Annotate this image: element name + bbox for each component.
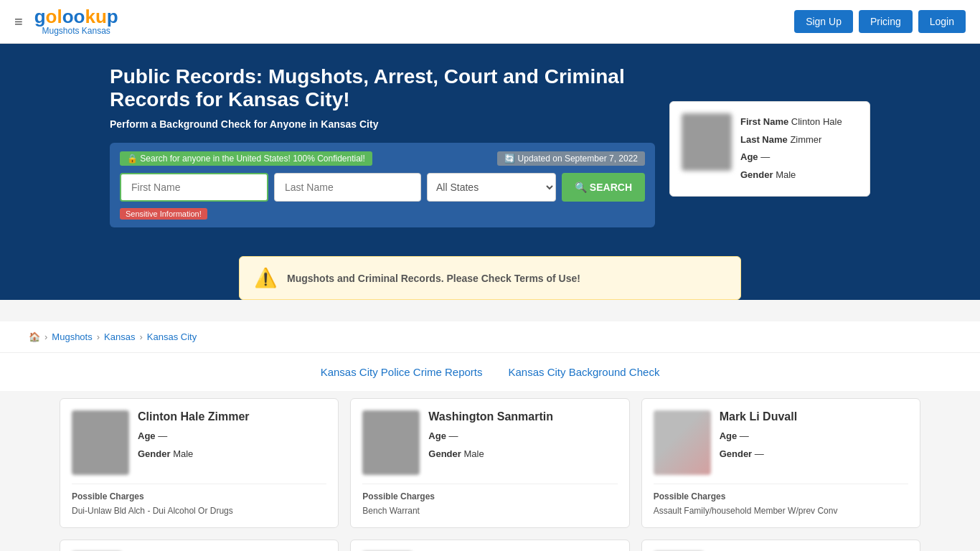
state-select[interactable]: All StatesAlabamaAlaskaArizonaArkansasCa…: [427, 173, 556, 202]
charge-value: Dui-Unlaw Bld Alch - Dui Alcohol Or Drug…: [72, 506, 326, 516]
person-card-top: Clinton Hale Zimmer Age — Gender Male: [72, 410, 326, 475]
gender-label: Gender: [720, 448, 753, 459]
person-card-partial: [350, 540, 629, 551]
charges-section: Possible Charges Assault Family/househol…: [654, 484, 908, 516]
breadcrumb-sep3: ›: [139, 331, 142, 342]
crime-reports-link[interactable]: Kansas City Police Crime Reports: [321, 366, 483, 378]
charges-label: Possible Charges: [362, 491, 617, 501]
person-details: Clinton Hale Zimmer Age — Gender Male: [138, 410, 250, 475]
featured-firstname-label: First Name: [740, 116, 788, 127]
logo-container: golookup Mugshots Kansas: [34, 7, 118, 36]
confidential-badge: 🔒 Search for anyone in the United States…: [120, 151, 372, 166]
featured-age-row: Age —: [740, 149, 842, 166]
search-inputs-row: All StatesAlabamaAlaskaArizonaArkansasCa…: [120, 173, 645, 202]
featured-gender-label: Gender: [740, 169, 773, 180]
person-name: Mark Li Duvall: [720, 410, 797, 423]
person-card-partial: [60, 540, 339, 551]
warning-bar: ⚠️ Mugshots and Criminal Records. Please…: [239, 256, 741, 300]
logo-subtitle: Mugshots Kansas: [34, 26, 118, 36]
person-name: Clinton Hale Zimmer: [138, 410, 250, 423]
person-details: Washington Sanmartin Age — Gender Male: [428, 410, 553, 475]
breadcrumb-sep1: ›: [44, 331, 47, 342]
search-box: 🔒 Search for anyone in the United States…: [110, 143, 655, 227]
hero-text-area: Public Records: Mugshots, Arrest, Court …: [110, 65, 655, 227]
featured-firstname-value: Clinton Hale: [791, 116, 842, 127]
hamburger-icon[interactable]: ≡: [14, 14, 23, 30]
logo: golookup: [34, 7, 118, 26]
background-check-link[interactable]: Kansas City Background Check: [508, 366, 659, 378]
person-gender-row: Gender Male: [138, 446, 250, 463]
hero-content: Public Records: Mugshots, Arrest, Court …: [0, 44, 980, 256]
last-name-input[interactable]: [274, 173, 421, 202]
cards-grid: Clinton Hale Zimmer Age — Gender Male Po…: [60, 398, 920, 551]
sensitive-badge: Sensitive Information!: [120, 208, 207, 220]
featured-card: First Name Clinton Hale Last Name Zimmer…: [669, 101, 870, 197]
charge-value: Assault Family/household Member W/prev C…: [654, 506, 908, 516]
charge-value: Bench Warrant: [362, 506, 617, 516]
person-age-row: Age —: [428, 428, 553, 446]
logo-text-o2: oo: [62, 6, 85, 27]
person-avatar: [362, 410, 420, 475]
person-card-top: Washington Sanmartin Age — Gender Male: [362, 410, 617, 475]
person-card: Clinton Hale Zimmer Age — Gender Male Po…: [60, 398, 339, 528]
featured-gender-value: Male: [776, 169, 796, 180]
person-card-partial: [641, 540, 920, 551]
cards-section: Clinton Hale Zimmer Age — Gender Male Po…: [0, 391, 980, 551]
breadcrumb-kansas-city[interactable]: Kansas City: [147, 331, 197, 342]
featured-lastname-label: Last Name: [740, 134, 788, 145]
login-button[interactable]: Login: [918, 10, 966, 33]
breadcrumb-home[interactable]: 🏠: [29, 331, 40, 342]
featured-avatar: [682, 113, 732, 171]
gender-label: Gender: [138, 448, 171, 459]
charges-section: Possible Charges Dui-Unlaw Bld Alch - Du…: [72, 484, 326, 516]
breadcrumb-section: 🏠 › Mugshots › Kansas › Kansas City: [0, 321, 980, 353]
logo-text-p: p: [107, 6, 118, 27]
warning-icon: ⚠️: [254, 267, 277, 289]
person-card-top: Mark Li Duvall Age — Gender —: [654, 410, 908, 475]
sensitive-area: Sensitive Information!: [120, 207, 645, 219]
featured-lastname-row: Last Name Zimmer: [740, 131, 842, 149]
featured-info: First Name Clinton Hale Last Name Zimmer…: [740, 113, 842, 184]
logo-text-oo: ol: [46, 6, 62, 27]
first-name-input[interactable]: [120, 173, 268, 202]
breadcrumb: 🏠 › Mugshots › Kansas › Kansas City: [29, 331, 951, 342]
pricing-button[interactable]: Pricing: [859, 10, 913, 33]
header: ≡ golookup Mugshots Kansas Sign Up Prici…: [0, 0, 980, 44]
warning-text: Mugshots and Criminal Records. Please Ch…: [287, 273, 580, 284]
search-top-bar: 🔒 Search for anyone in the United States…: [120, 151, 645, 166]
logo-text-ku: ku: [85, 6, 106, 27]
hero-subtitle: Perform a Background Check for Anyone in…: [110, 118, 655, 130]
breadcrumb-kansas[interactable]: Kansas: [104, 331, 135, 342]
person-age-row: Age —: [138, 428, 250, 446]
person-gender-row: Gender Male: [428, 446, 553, 463]
charges-section: Possible Charges Bench Warrant: [362, 484, 617, 516]
hero-section: Public Records: Mugshots, Arrest, Court …: [0, 44, 980, 300]
person-card: Washington Sanmartin Age — Gender Male P…: [350, 398, 629, 528]
person-card: Mark Li Duvall Age — Gender — Possible C…: [641, 398, 920, 528]
header-buttons: Sign Up Pricing Login: [794, 10, 966, 33]
person-details: Mark Li Duvall Age — Gender —: [720, 410, 797, 475]
featured-firstname-row: First Name Clinton Hale: [740, 113, 842, 131]
signup-button[interactable]: Sign Up: [794, 10, 853, 33]
age-label: Age: [138, 430, 156, 441]
gender-label: Gender: [428, 448, 461, 459]
person-avatar: [72, 410, 129, 475]
featured-age-label: Age: [740, 151, 758, 162]
featured-age-value: —: [760, 151, 770, 162]
featured-lastname-value: Zimmer: [790, 134, 821, 145]
person-name: Washington Sanmartin: [428, 410, 553, 423]
person-gender-row: Gender —: [720, 446, 797, 463]
header-left: ≡ golookup Mugshots Kansas: [14, 7, 118, 36]
breadcrumb-sep2: ›: [97, 331, 100, 342]
age-label: Age: [428, 430, 446, 441]
charges-label: Possible Charges: [72, 491, 326, 501]
search-button[interactable]: 🔍 SEARCH: [562, 173, 645, 202]
updated-badge: 🔄 Updated on September 7, 2022: [497, 151, 645, 166]
breadcrumb-mugshots[interactable]: Mugshots: [52, 331, 92, 342]
charges-label: Possible Charges: [654, 491, 908, 501]
hero-title: Public Records: Mugshots, Arrest, Court …: [110, 65, 655, 111]
person-age-row: Age —: [720, 428, 797, 446]
featured-gender-row: Gender Male: [740, 166, 842, 184]
links-bar: Kansas City Police Crime Reports Kansas …: [0, 353, 980, 391]
person-avatar: [654, 410, 711, 475]
